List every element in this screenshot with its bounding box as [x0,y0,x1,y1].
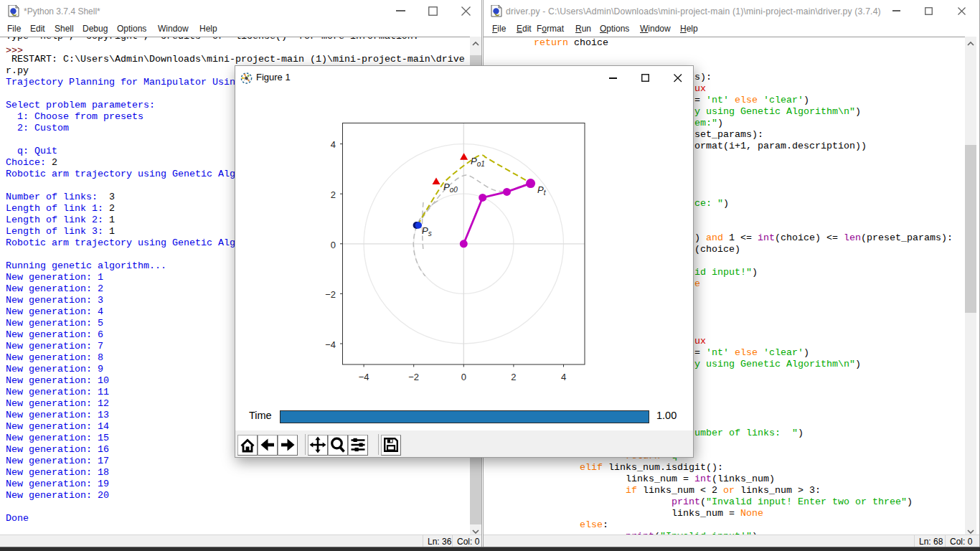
svg-text:4: 4 [561,372,566,382]
svg-text:Ps: Ps [422,225,432,237]
svg-text:−2: −2 [325,289,336,300]
svg-text:−2: −2 [408,372,419,382]
svg-text:0: 0 [461,372,466,382]
svg-text:2: 2 [331,189,336,200]
svg-text:Po0: Po0 [443,182,458,194]
svg-text:0: 0 [331,240,336,250]
svg-text:Po1: Po1 [471,156,485,168]
svg-text:−4: −4 [359,372,369,382]
svg-text:2: 2 [511,372,516,382]
svg-text:−4: −4 [325,339,336,350]
svg-text:4: 4 [331,139,336,150]
